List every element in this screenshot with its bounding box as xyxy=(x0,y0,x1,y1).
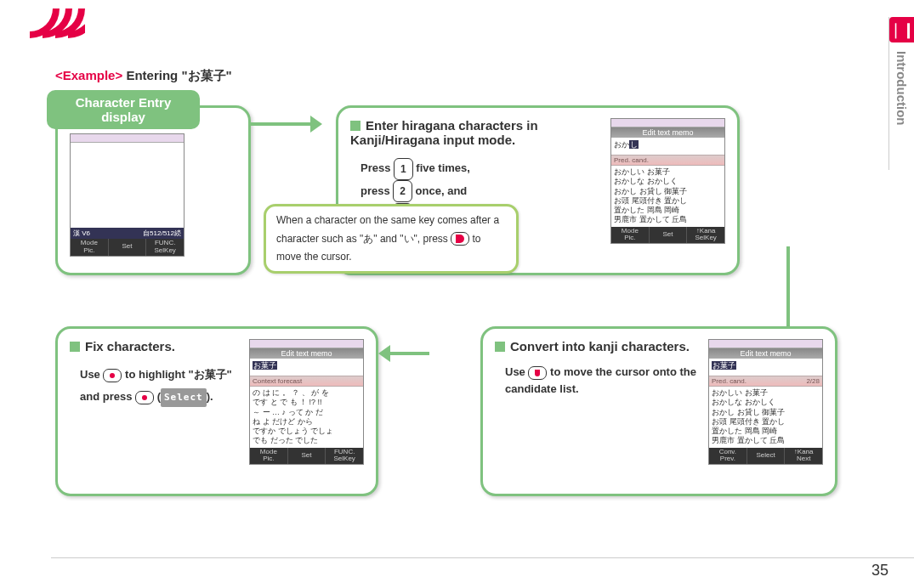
center-key-icon xyxy=(135,391,154,404)
step1-title: Enter hiragana characters in Kanji/Hirag… xyxy=(350,118,602,147)
step3-title: Fix characters. xyxy=(70,339,241,353)
bookmark-icon: ❘❙ xyxy=(889,17,914,42)
key-1: 1 xyxy=(394,158,413,180)
step3-panel: Fix characters. Use to highlight "お菓子" a… xyxy=(55,326,378,496)
dpad-right-icon xyxy=(451,232,469,246)
key-2: 2 xyxy=(393,180,412,202)
step2-instructions: Use to move the cursor onto the candidat… xyxy=(505,364,700,397)
character-entry-badge: Character Entry display xyxy=(47,90,200,129)
select-softkey-label: Select xyxy=(161,388,207,407)
dpad-icon xyxy=(103,369,122,382)
phone-mock-empty: 漢 V6 自512/512続 ModePic. Set FUNC.SelKey xyxy=(70,133,185,257)
bullet-icon xyxy=(70,342,80,352)
example-prefix: <Example> xyxy=(55,68,122,82)
dpad-down-icon xyxy=(528,366,547,380)
footer-rule xyxy=(51,557,914,558)
phone-mock-step1: Edit text memo おかし Pred. cand. おかしい お菓子 … xyxy=(610,118,725,244)
page-number: 35 xyxy=(871,562,888,580)
step3-instructions: Use to highlight "お菓子" and press (Select… xyxy=(80,364,241,408)
bullet-icon xyxy=(350,121,360,131)
phone-mock-step2: Edit text memo お菓子 Pred. cand.2/28 おかしい … xyxy=(708,339,823,465)
example-heading: <Example> Entering "お菓子" xyxy=(55,68,863,84)
side-tab-label: Introduction xyxy=(889,51,909,125)
side-tab: ❘❙ Introduction xyxy=(888,17,914,170)
decorative-arcs xyxy=(0,0,85,42)
bullet-icon xyxy=(495,342,505,352)
tip-callout: When a character on the same key comes a… xyxy=(264,204,519,274)
step2-panel: Convert into kanji characters. Use to mo… xyxy=(480,326,837,496)
phone-mock-step3: Edit text memo お菓子 Context forecast の は … xyxy=(249,339,364,465)
step2-title: Convert into kanji characters. xyxy=(495,339,700,353)
character-entry-panel: Character Entry display 漢 V6 自512/512続 M… xyxy=(55,105,276,275)
